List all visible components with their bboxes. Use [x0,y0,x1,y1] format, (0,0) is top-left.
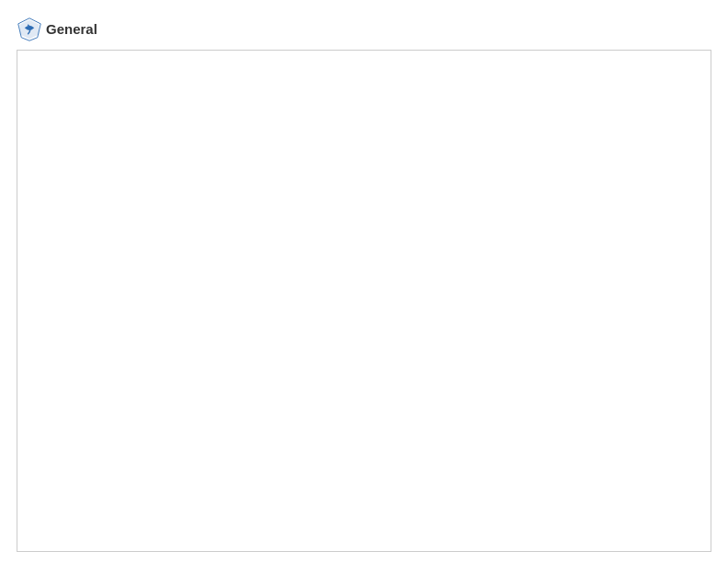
calendar [17,50,711,552]
calendar-body [17,51,711,551]
page: General [0,0,728,563]
logo-line1: General [46,22,97,38]
logo: General [17,17,97,42]
header: General [17,17,711,42]
logo-icon [17,17,42,42]
